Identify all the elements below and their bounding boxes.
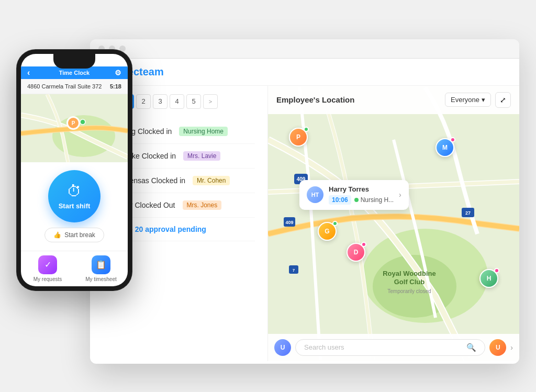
map-title: Employee's Location: [276, 95, 354, 104]
map-panel: Employee's Location Everyone ▾ ⤢: [268, 86, 519, 361]
start-shift-btn[interactable]: ⏱ Start shift: [48, 170, 100, 222]
status-pip: [494, 268, 499, 273]
user-avatar-left[interactable]: U: [274, 339, 291, 356]
avatar-right-chevron-icon: ›: [510, 343, 513, 352]
activity-tag: Mrs. Lavie: [183, 151, 220, 161]
search-icon: 🔍: [466, 343, 476, 352]
info-card-meta: 10:06 Nursing H...: [329, 195, 394, 205]
main-content: < 1 2 3 4 5 > Pual Leng Clocked in Nursi…: [90, 86, 519, 361]
break-label: Start break: [64, 231, 95, 239]
expand-icon: ⤢: [500, 96, 506, 104]
map-info-card[interactable]: HT Harry Torres 10:06 Nursing H...: [299, 180, 409, 210]
info-card-avatar: HT: [307, 186, 323, 203]
phone-bottom-nav: ✓ My requests 📋 My timesheet: [21, 251, 128, 286]
svg-text:409: 409: [285, 220, 293, 225]
map-avatar-5[interactable]: H: [479, 269, 498, 288]
map-avatar-4[interactable]: D: [347, 243, 365, 262]
map-avatar-2[interactable]: M: [436, 138, 454, 157]
activity-tag: Mrs. Jones: [183, 200, 222, 210]
approval-link[interactable]: 20 approval pending: [135, 225, 206, 233]
phone-address: 4860 Carmela Trail Suite 372: [27, 83, 102, 89]
status-pip: [450, 137, 455, 142]
phone-screen: ‹ Time Clock ⚙ 4860 Carmela Trail Suite …: [21, 54, 128, 286]
svg-text:Temporarily closed: Temporarily closed: [387, 288, 431, 294]
status-pip: [332, 221, 338, 226]
nav-requests-label: My requests: [34, 276, 62, 282]
browser-chrome: [90, 39, 519, 59]
start-break-btn[interactable]: 👍 Start break: [44, 228, 104, 242]
phone-address-bar: 4860 Carmela Trail Suite 372 5:18: [21, 79, 128, 94]
map-background: 409 27 409 7 Royal Woodbine: [268, 86, 519, 361]
map-avatar-1[interactable]: P: [289, 128, 308, 147]
nav-timesheet-label: My timesheet: [85, 276, 116, 282]
checkmark-icon: ✓: [44, 260, 51, 270]
svg-text:P: P: [72, 120, 75, 126]
svg-point-19: [80, 119, 85, 125]
mobile-phone: ‹ Time Clock ⚙ 4860 Carmela Trail Suite …: [17, 50, 132, 290]
info-card-time: 10:06: [329, 195, 351, 205]
page-5-btn[interactable]: 5: [186, 94, 201, 109]
activity-tag: Nursing Home: [179, 127, 228, 136]
phone-map: P: [21, 94, 128, 162]
start-shift-label: Start shift: [59, 202, 91, 210]
page-4-btn[interactable]: 4: [170, 94, 184, 109]
info-card-arrow-icon: ›: [399, 191, 401, 199]
expand-map-btn[interactable]: ⤢: [495, 92, 511, 108]
search-bar[interactable]: Search users 🔍: [295, 339, 485, 356]
activity-tag: Mr. Cohen: [193, 176, 230, 185]
nav-item-requests[interactable]: ✓ My requests: [21, 255, 74, 282]
phone-time: 5:18: [110, 83, 121, 89]
stopwatch-icon: ⏱: [67, 183, 82, 200]
map-header: Employee's Location Everyone ▾ ⤢: [268, 86, 519, 114]
dropdown-chevron-icon: ▾: [482, 96, 485, 104]
phone-settings-icon[interactable]: ⚙: [115, 69, 121, 77]
browser-window: connecteam < 1 2 3 4 5 >: [90, 39, 519, 364]
scene: connecteam < 1 2 3 4 5 >: [17, 18, 519, 374]
map-avatar-3[interactable]: G: [318, 222, 337, 241]
everyone-dropdown[interactable]: Everyone ▾: [445, 93, 491, 107]
everyone-label: Everyone: [451, 96, 479, 104]
nav-requests-icon: ✓: [38, 255, 57, 274]
status-pip: [304, 127, 309, 132]
break-icon: 👍: [53, 231, 61, 239]
phone-notch: [53, 54, 95, 69]
next-page-btn[interactable]: >: [203, 94, 218, 109]
info-card-details: Harry Torres 10:06 Nursing H...: [329, 185, 394, 205]
status-pip: [361, 242, 366, 247]
phone-status-title: Time Clock: [59, 70, 90, 76]
browser-content: connecteam < 1 2 3 4 5 >: [90, 59, 519, 361]
phone-map-svg: P: [21, 94, 128, 162]
svg-text:Royal Woodbine: Royal Woodbine: [383, 270, 436, 277]
page-3-btn[interactable]: 3: [153, 94, 168, 109]
map-footer: U Search users 🔍 U ›: [268, 334, 519, 361]
location-dot-icon: [354, 198, 359, 202]
info-card-location: Nursing H...: [354, 196, 394, 204]
svg-text:7: 7: [293, 268, 295, 273]
user-avatar-right[interactable]: U: [489, 339, 506, 356]
page-2-btn[interactable]: 2: [136, 94, 151, 109]
map-controls: Everyone ▾ ⤢: [445, 92, 511, 108]
info-card-name: Harry Torres: [329, 185, 394, 193]
nav-item-timesheet[interactable]: 📋 My timesheet: [74, 255, 128, 282]
app-header: connecteam: [90, 59, 519, 86]
phone-shift-area: ⏱ Start shift 👍 Start break: [21, 162, 128, 251]
nav-timesheet-icon: 📋: [92, 255, 110, 274]
phone-back-btn[interactable]: ‹: [27, 68, 30, 77]
location-text: Nursing H...: [361, 196, 394, 204]
svg-text:27: 27: [465, 210, 471, 216]
search-placeholder-text: Search users: [302, 343, 462, 351]
svg-text:Golf Club: Golf Club: [394, 278, 425, 286]
timesheet-icon: 📋: [96, 260, 106, 270]
phone-wrapper: ‹ Time Clock ⚙ 4860 Carmela Trail Suite …: [17, 50, 132, 290]
search-input-container: Search users 🔍: [295, 339, 485, 356]
